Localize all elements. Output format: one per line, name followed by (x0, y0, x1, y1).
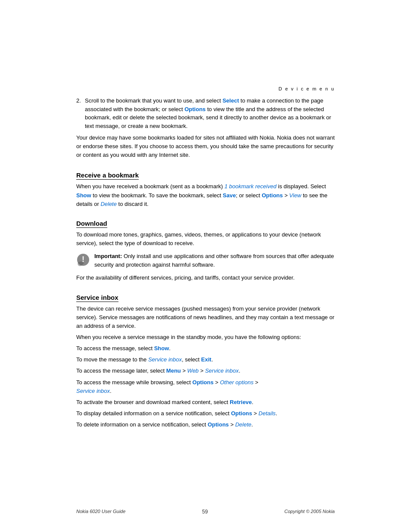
service-inbox-link3: Service inbox (76, 388, 110, 394)
important-text: Important: Only install and use applicat… (94, 252, 335, 269)
service-line6: To display detailed information on a ser… (76, 409, 335, 418)
download-section: Download To download more tones, graphic… (76, 213, 335, 283)
service-line7: To delete information on a service notif… (76, 420, 335, 429)
section-heading-text: Receive a bookmark (76, 171, 139, 180)
step-2: 2. Scroll to the bookmark that you want … (76, 96, 335, 130)
options-link2: Options (262, 192, 283, 199)
service-line5: To activate the browser and download mar… (76, 398, 335, 407)
service-inbox-heading-wrap: Service inbox (76, 287, 335, 305)
details-link: Details (258, 410, 276, 417)
footer-bar: Nokia 6020 User Guide 59 Copyright © 200… (76, 509, 335, 515)
options-link4: Options (231, 410, 252, 417)
exit-link: Exit (201, 356, 212, 363)
retrieve-link: Retrieve (230, 399, 252, 405)
options-link5: Options (208, 421, 229, 428)
section-title-text: D e v i c e m e n u (279, 86, 335, 91)
menu-link: Menu (166, 367, 181, 374)
download-heading-wrap: Download (76, 213, 335, 230)
other-options-link: Other options (220, 379, 253, 386)
step-text: Scroll to the bookmark that you want to … (85, 96, 335, 130)
note-paragraph: Your device may have some bookmarks load… (76, 134, 335, 159)
section-header: D e v i c e m e n u (76, 86, 335, 91)
view-link: View (289, 192, 301, 199)
delete-link: Delete (100, 201, 117, 207)
footer-left: Nokia 6020 User Guide (76, 509, 125, 515)
service-line1: To access the message, select Show. (76, 344, 335, 353)
delete-link2: Delete (235, 421, 252, 428)
service-line4: To access the message while browsing, se… (76, 378, 335, 395)
service-line3: To access the message later, select Menu… (76, 367, 335, 375)
service-inbox-para2: When you receive a service message in th… (76, 333, 335, 342)
step-number: 2. (76, 96, 85, 130)
service-inbox-para1: The device can receive service messages … (76, 305, 335, 330)
important-box: ! Important: Only install and use applic… (76, 252, 335, 269)
save-link: Save (223, 192, 236, 199)
important-icon: ! (76, 253, 90, 267)
bookmark-received-link: 1 bookmark received (224, 183, 277, 190)
download-footer-para: For the availability of different servic… (76, 274, 335, 282)
web-link: Web (187, 367, 199, 374)
show-link2: Show (154, 345, 169, 352)
show-link: Show (76, 192, 91, 199)
download-para: To download more tones, graphics, games,… (76, 230, 335, 248)
select-link: Select (222, 97, 239, 104)
content-area: D e v i c e m e n u 2. Scroll to the boo… (76, 0, 335, 459)
options-link: Options (184, 106, 206, 112)
service-inbox-heading-text: Service inbox (76, 294, 118, 302)
receive-bookmark-heading: Receive a bookmark (76, 165, 335, 182)
service-inbox-link2: Service inbox (205, 367, 239, 374)
service-line2: To move the message to the Service inbox… (76, 355, 335, 364)
receive-bookmark-para: When you have received a bookmark (sent … (76, 182, 335, 208)
download-heading-text: Download (76, 220, 107, 228)
receive-bookmark-section: Receive a bookmark When you have receive… (76, 165, 335, 208)
service-inbox-link1: Service inbox (148, 356, 182, 363)
options-link3: Options (193, 379, 214, 386)
service-inbox-section: Service inbox The device can receive ser… (76, 287, 335, 429)
footer-page-number: 59 (202, 509, 208, 515)
page: D e v i c e m e n u 2. Scroll to the boo… (0, 0, 411, 532)
footer-right: Copyright © 2005 Nokia (284, 509, 335, 515)
